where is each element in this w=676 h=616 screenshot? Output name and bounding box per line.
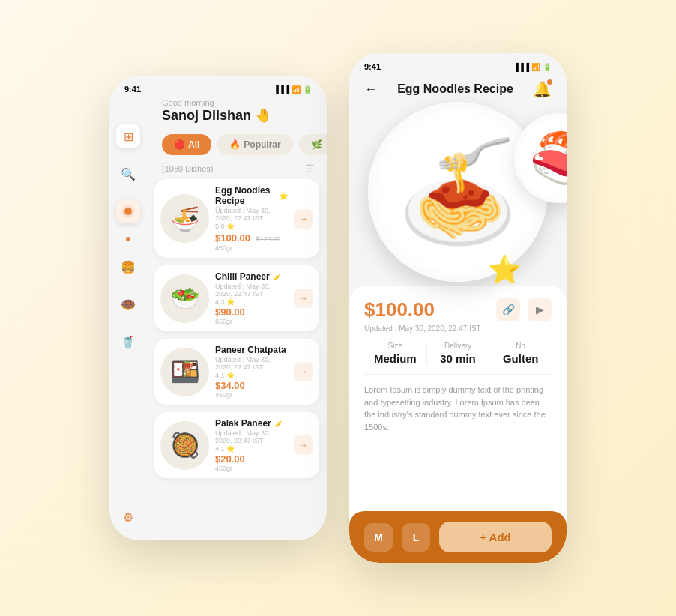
- phones-container: ⊞ 🔍 🍔 🍩 🥤 ⚙ 9:41 ▐▐▐ 📶 🔋: [109, 53, 567, 563]
- spec-size-value: Medium: [374, 352, 417, 365]
- food-date-2: Updated : May 30, 2020, 22:47 IST: [215, 356, 288, 371]
- food-badge-0: ⭐: [279, 192, 288, 200]
- size-l-button[interactable]: L: [402, 523, 430, 552]
- food-item-0[interactable]: 🍜 Egg Noodles Recipe ⭐ Updated : May 30,…: [154, 179, 319, 258]
- signal-icon: ▐▐▐: [274, 85, 289, 94]
- food-name-2: Paneer Chatpata: [215, 345, 286, 355]
- food-weight-1: 650gr: [215, 318, 288, 325]
- food-arrow-3[interactable]: →: [294, 435, 313, 455]
- food-arrow-2[interactable]: →: [294, 362, 313, 381]
- play-button[interactable]: ▶: [528, 298, 552, 321]
- food-date-3: Updated : May 30, 2020, 22:47 IST: [215, 429, 288, 444]
- spec-gulten: No Gulten: [489, 342, 552, 365]
- right-signal-icon: ▐▐▐: [513, 63, 529, 71]
- tab-veg[interactable]: 🌿: [299, 134, 327, 155]
- food-date-1: Updated : May 30, 2020, 22:47 IST: [215, 283, 288, 298]
- food-rating-1: 4.3 ⭐: [215, 298, 288, 306]
- hero-star: ⭐: [488, 254, 522, 286]
- dish-count-label: (1060 Dishes): [162, 164, 213, 173]
- detail-title: Egg Noodles Recipe: [397, 82, 513, 96]
- spec-delivery-label: Delivery: [444, 342, 471, 350]
- food-badge-1: 🌶: [273, 273, 280, 281]
- food-name-1: Chilli Paneer: [215, 271, 270, 282]
- action-icons: 🔗 ▶: [496, 298, 552, 321]
- tab-all-label: All: [188, 139, 199, 150]
- add-to-cart-button[interactable]: + Add: [439, 522, 552, 552]
- size-m-button[interactable]: M: [364, 523, 393, 552]
- food-badge-3: 🌶: [274, 420, 282, 428]
- spec-gulten-value: Gulten: [503, 352, 539, 365]
- spec-delivery-value: 30 min: [440, 352, 476, 365]
- spec-delivery: Delivery 30 min: [427, 342, 489, 365]
- food-old-price-0: $120.00: [256, 235, 280, 243]
- food-price-1: $90.00: [215, 307, 288, 318]
- sidebar-icon-burger[interactable]: 🍔: [116, 255, 140, 279]
- food-info-0: Egg Noodles Recipe ⭐ Updated : May 30, 2…: [209, 185, 294, 252]
- detail-price: $100.00: [364, 298, 435, 321]
- description: Lorem Ipsum is simply dummy text of the …: [364, 384, 552, 504]
- wifi-icon: 📶: [292, 85, 301, 94]
- food-price-2: $34.00: [215, 380, 288, 391]
- tab-popular-label: Populrar: [244, 139, 280, 150]
- left-time: 9:41: [124, 85, 141, 94]
- food-item-1[interactable]: 🥗 Chilli Paneer 🌶 Updated : May 30, 2020…: [154, 265, 319, 331]
- left-phone: ⊞ 🔍 🍔 🍩 🥤 ⚙ 9:41 ▐▐▐ 📶 🔋: [109, 76, 327, 540]
- tab-popular[interactable]: 🔥 Populrar: [217, 134, 292, 155]
- sidebar-icon-drink[interactable]: 🥤: [116, 330, 140, 354]
- food-info-1: Chilli Paneer 🌶 Updated : May 30, 2020, …: [209, 271, 294, 325]
- food-price-3: $20.00: [215, 453, 288, 465]
- food-item-2[interactable]: 🍱 Paneer Chatpata Updated : May 30, 2020…: [154, 339, 319, 405]
- update-date: Updated : May 30, 2020, 22:47 IST: [364, 324, 552, 333]
- spec-size-label: Size: [388, 342, 402, 350]
- tab-all[interactable]: 🔴 All: [162, 134, 211, 155]
- food-image-2: 🍱: [160, 348, 209, 396]
- food-arrow-0[interactable]: →: [294, 209, 313, 229]
- food-name-0: Egg Noodles Recipe: [215, 185, 276, 206]
- right-status-icons: ▐▐▐ 📶 🔋: [513, 63, 552, 71]
- left-status-bar: 9:41 ▐▐▐ 📶 🔋: [109, 76, 327, 98]
- bell-container: 🔔: [533, 80, 552, 98]
- price-row: $100.00 🔗 ▶: [364, 298, 552, 321]
- food-date-0: Updated : May 30, 2020, 22:47 IST: [215, 207, 288, 222]
- sidebar-icon-food[interactable]: [116, 199, 140, 223]
- bell-notification-dot: [547, 79, 552, 85]
- food-rating-2: 4.1 ⭐: [215, 372, 288, 379]
- sidebar-icon-search[interactable]: 🔍: [116, 162, 140, 186]
- sidebar-icon-grid[interactable]: ⊞: [116, 124, 140, 148]
- right-status-bar: 9:41 ▐▐▐ 📶 🔋: [349, 53, 567, 76]
- food-name-3: Palak Paneer: [215, 418, 271, 429]
- tab-veg-emoji: 🌿: [311, 139, 322, 150]
- right-header: ← Egg Noodles Recipe 🔔: [349, 76, 567, 106]
- spec-size: Size Medium: [364, 342, 426, 365]
- food-weight-0: 450gr: [215, 244, 288, 252]
- food-image-0: 🍜: [160, 194, 209, 243]
- spec-gulten-label: No: [516, 342, 525, 350]
- tab-all-emoji: 🔴: [174, 139, 185, 150]
- specs-row: Size Medium Delivery 30 min No Gulten: [364, 342, 552, 375]
- left-status-icons: ▐▐▐ 📶 🔋: [274, 85, 312, 94]
- greeting-sub: Good morning: [162, 98, 312, 107]
- greeting-name: Sanoj Dilshan 🤚: [162, 107, 312, 124]
- back-button[interactable]: ←: [364, 82, 378, 97]
- share-button[interactable]: 🔗: [496, 298, 520, 321]
- food-image-3: 🥘: [160, 421, 209, 470]
- right-phone: 9:41 ▐▐▐ 📶 🔋 ← Egg Noodles Recipe 🔔 🍝: [349, 53, 567, 563]
- food-rating-3: 4.1 ⭐: [215, 445, 288, 453]
- sidebar-dot: [126, 237, 130, 241]
- share-icon: 🔗: [502, 304, 515, 315]
- sidebar-icon-settings[interactable]: ⚙: [116, 505, 140, 529]
- battery-icon: 🔋: [303, 85, 312, 94]
- sidebar-icon-donut[interactable]: 🍩: [116, 292, 140, 316]
- right-battery-icon: 🔋: [543, 63, 552, 71]
- tab-popular-emoji: 🔥: [229, 139, 241, 150]
- food-arrow-1[interactable]: →: [294, 289, 313, 308]
- food-image-1: 🥗: [160, 274, 209, 323]
- food-weight-2: 450gr: [215, 391, 288, 399]
- food-price-0: $100.00: [215, 232, 250, 244]
- list-view-icon[interactable]: ☰: [305, 163, 315, 175]
- detail-section: $100.00 🔗 ▶ Updated : May 30, 2020, 22:4…: [349, 286, 567, 563]
- play-icon: ▶: [536, 304, 544, 315]
- sidebar: ⊞ 🔍 🍔 🍩 🥤 ⚙: [109, 113, 147, 540]
- food-item-3[interactable]: 🥘 Palak Paneer 🌶 Updated : May 30, 2020,…: [154, 412, 319, 478]
- right-wifi-icon: 📶: [531, 63, 540, 71]
